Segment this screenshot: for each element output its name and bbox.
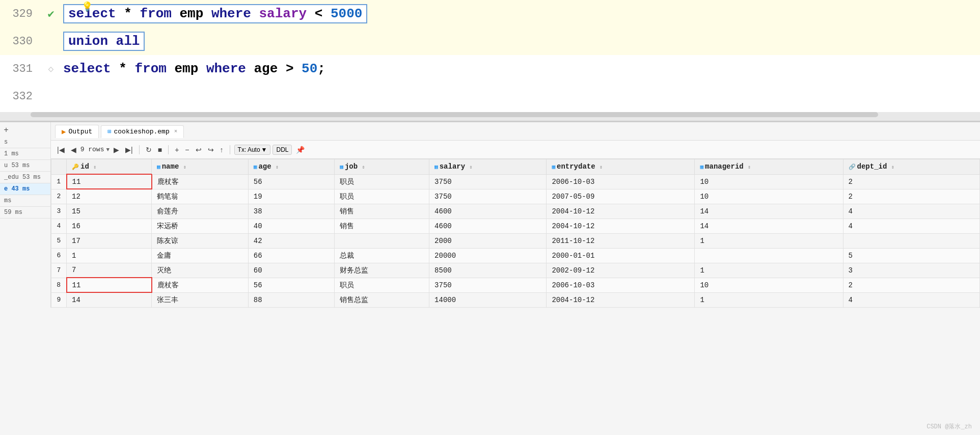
table-cell[interactable]: 38 <box>248 204 335 219</box>
col-managerid[interactable]: ▦managerid ⇕ <box>695 159 843 175</box>
table-row[interactable]: 61金庸66总裁200002000-01-015 <box>51 248 980 263</box>
row-number[interactable]: 2 <box>51 189 67 204</box>
table-cell[interactable]: 2011-10-12 <box>547 233 695 248</box>
first-page-button[interactable]: |◀ <box>55 145 67 155</box>
line-content-332[interactable] <box>61 92 980 100</box>
row-number[interactable]: 1 <box>51 174 67 189</box>
last-page-button[interactable]: ▶| <box>123 145 135 155</box>
up-button[interactable]: ↑ <box>218 145 226 155</box>
table-cell[interactable]: 56 <box>248 174 335 189</box>
table-cell[interactable]: 2 <box>843 189 979 204</box>
rows-indicator[interactable]: 9 rows ▼ <box>80 146 110 153</box>
table-cell[interactable]: 8500 <box>429 263 547 278</box>
pin-button[interactable]: 📌 <box>294 145 307 155</box>
left-item-59ms[interactable]: 59 ms <box>0 207 50 219</box>
table-cell[interactable]: 陈友谅 <box>152 233 249 248</box>
table-cell[interactable]: 5 <box>843 248 979 263</box>
add-row-button[interactable]: + <box>173 145 181 155</box>
table-cell[interactable]: 鹿杖客 <box>152 278 249 292</box>
left-item-edu53ms[interactable]: _edu 53 ms <box>0 172 50 183</box>
undo-button[interactable]: ↩ <box>194 145 204 155</box>
table-row[interactable]: 811鹿杖客56职员37502006-10-03102 <box>51 278 980 292</box>
table-cell[interactable]: 4 <box>843 292 979 307</box>
row-number[interactable]: 5 <box>51 233 67 248</box>
col-age-sort[interactable]: ⇕ <box>276 165 279 170</box>
row-number[interactable]: 4 <box>51 219 67 233</box>
table-cell[interactable]: 7 <box>67 263 152 278</box>
tab-output[interactable]: ▶ Output <box>55 125 99 138</box>
add-query-button[interactable]: + <box>0 124 12 137</box>
table-cell[interactable]: 10 <box>695 189 843 204</box>
col-age[interactable]: ▦age ⇕ <box>248 159 335 175</box>
scrollbar-track[interactable] <box>31 112 878 117</box>
row-number[interactable]: 8 <box>51 278 67 292</box>
rows-dropdown-icon[interactable]: ▼ <box>106 147 110 153</box>
table-cell[interactable]: 17 <box>67 233 152 248</box>
table-cell[interactable]: 10 <box>695 174 843 189</box>
left-item-s[interactable]: s <box>0 137 50 148</box>
col-entrydate[interactable]: ▦entrydate ⇕ <box>547 159 695 175</box>
table-cell[interactable]: 60 <box>248 263 335 278</box>
col-id[interactable]: 🔑id ⇕ <box>67 159 152 175</box>
tab-close-button[interactable]: × <box>174 128 178 134</box>
table-cell[interactable]: 职员 <box>335 278 429 292</box>
table-cell[interactable]: 1 <box>695 233 843 248</box>
table-cell[interactable]: 1 <box>695 263 843 278</box>
table-cell[interactable] <box>695 248 843 263</box>
table-cell[interactable]: 2 <box>843 278 979 292</box>
table-row[interactable]: 416宋远桥40销售46002004-10-12144 <box>51 219 980 233</box>
table-cell[interactable]: 4 <box>843 204 979 219</box>
table-cell[interactable]: 3 <box>843 263 979 278</box>
line-content-331[interactable]: select * from emp where age > 50; <box>61 57 980 80</box>
table-cell[interactable]: 14 <box>695 204 843 219</box>
table-cell[interactable]: 2004-10-12 <box>547 219 695 233</box>
row-number[interactable]: 3 <box>51 204 67 219</box>
table-cell[interactable]: 2000-01-01 <box>547 248 695 263</box>
left-item-1ms[interactable]: 1 ms <box>0 148 50 160</box>
table-cell[interactable]: 2004-10-12 <box>547 292 695 307</box>
table-cell[interactable]: 3750 <box>429 189 547 204</box>
table-row[interactable]: 315俞莲舟38销售46002004-10-12144 <box>51 204 980 219</box>
line-content-330[interactable]: union all <box>61 28 980 55</box>
table-cell[interactable]: 俞莲舟 <box>152 204 249 219</box>
table-cell[interactable]: 42 <box>248 233 335 248</box>
table-cell[interactable]: 职员 <box>335 174 429 189</box>
table-cell[interactable]: 鹤笔翁 <box>152 189 249 204</box>
line-content-329[interactable]: select * from emp where salary < 5000 <box>61 0 980 28</box>
table-row[interactable]: 77灭绝60财务总监85002002-09-1213 <box>51 263 980 278</box>
table-cell[interactable]: 3750 <box>429 278 547 292</box>
table-cell[interactable]: 40 <box>248 219 335 233</box>
table-cell[interactable]: 4 <box>843 219 979 233</box>
col-dept-id-sort[interactable]: ⇕ <box>891 165 894 170</box>
table-cell[interactable]: 2002-09-12 <box>547 263 695 278</box>
refresh-button[interactable]: ↻ <box>144 145 154 155</box>
table-cell[interactable]: 16 <box>67 219 152 233</box>
col-job-sort[interactable]: ⇕ <box>362 165 365 170</box>
col-salary-sort[interactable]: ⇕ <box>470 165 473 170</box>
col-id-sort[interactable]: ⇕ <box>93 165 96 170</box>
left-item-u53ms[interactable]: u 53 ms <box>0 160 50 172</box>
left-item-ms[interactable]: ms <box>0 195 50 207</box>
table-cell[interactable]: 销售总监 <box>335 292 429 307</box>
table-cell[interactable]: 总裁 <box>335 248 429 263</box>
table-cell[interactable]: 灭绝 <box>152 263 249 278</box>
table-row[interactable]: 111鹿杖客56职员37502006-10-03102 <box>51 174 980 189</box>
col-managerid-sort[interactable]: ⇕ <box>748 165 751 170</box>
table-row[interactable]: 517陈友谅4220002011-10-121 <box>51 233 980 248</box>
table-cell[interactable]: 财务总监 <box>335 263 429 278</box>
table-cell[interactable]: 2006-10-03 <box>547 278 695 292</box>
table-cell[interactable] <box>843 233 979 248</box>
table-cell[interactable]: 2000 <box>429 233 547 248</box>
col-job[interactable]: ▦job ⇕ <box>335 159 429 175</box>
table-cell[interactable] <box>335 233 429 248</box>
table-cell[interactable]: 56 <box>248 278 335 292</box>
redo-button[interactable]: ↪ <box>206 145 216 155</box>
table-cell[interactable]: 2004-10-12 <box>547 204 695 219</box>
table-cell[interactable]: 15 <box>67 204 152 219</box>
table-row[interactable]: 914张三丰88销售总监140002004-10-1214 <box>51 292 980 307</box>
table-cell[interactable]: 10 <box>695 278 843 292</box>
table-cell[interactable]: 14 <box>67 292 152 307</box>
table-cell[interactable]: 11 <box>67 174 152 189</box>
table-cell[interactable]: 12 <box>67 189 152 204</box>
table-cell[interactable]: 11 <box>67 278 152 292</box>
